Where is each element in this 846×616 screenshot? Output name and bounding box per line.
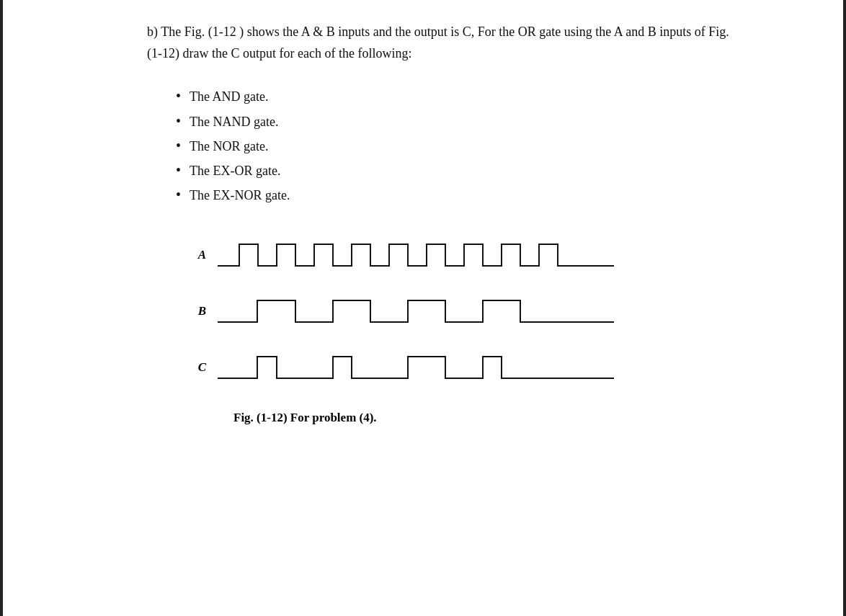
wave-label-c: C bbox=[190, 360, 206, 375]
bullet-dot: • bbox=[176, 187, 181, 202]
bullet-dot: • bbox=[176, 163, 181, 177]
waveform-c bbox=[218, 346, 636, 389]
waveform-container: A B C bbox=[190, 233, 636, 389]
bullet-text: The NAND gate. bbox=[190, 110, 278, 134]
waveform-a bbox=[218, 233, 636, 277]
fig-caption: Fig. (1-12) For problem (4). bbox=[190, 411, 377, 425]
list-item: • The NAND gate. bbox=[176, 110, 800, 134]
and-word: and bbox=[625, 24, 644, 39]
question-text: b) The Fig. (1-12 ) shows the A & B inpu… bbox=[147, 22, 738, 64]
list-item: • The NOR gate. bbox=[176, 134, 800, 159]
diagram-area: A B C bbox=[147, 233, 800, 425]
list-item: • The AND gate. bbox=[176, 84, 800, 109]
waveform-b bbox=[218, 290, 636, 333]
waveform-row-c: C bbox=[190, 346, 636, 389]
bullet-text: The NOR gate. bbox=[190, 134, 268, 159]
bullet-dot: • bbox=[176, 114, 181, 128]
page: b) The Fig. (1-12 ) shows the A & B inpu… bbox=[0, 0, 846, 616]
bullet-list: • The AND gate. • The NAND gate. • The N… bbox=[147, 84, 800, 207]
bullet-text: The EX-NOR gate. bbox=[190, 183, 290, 207]
wave-label-b: B bbox=[190, 304, 206, 318]
bullet-dot: • bbox=[176, 89, 181, 103]
waveform-row-b: B bbox=[190, 290, 636, 333]
list-item: • The EX-OR gate. bbox=[176, 159, 800, 183]
bullet-dot: • bbox=[176, 138, 181, 153]
wave-label-a: A bbox=[190, 248, 206, 262]
bullet-text: The EX-OR gate. bbox=[190, 159, 280, 183]
bullet-text: The AND gate. bbox=[190, 84, 268, 109]
waveform-row-a: A bbox=[190, 233, 636, 277]
list-item: • The EX-NOR gate. bbox=[176, 183, 800, 207]
